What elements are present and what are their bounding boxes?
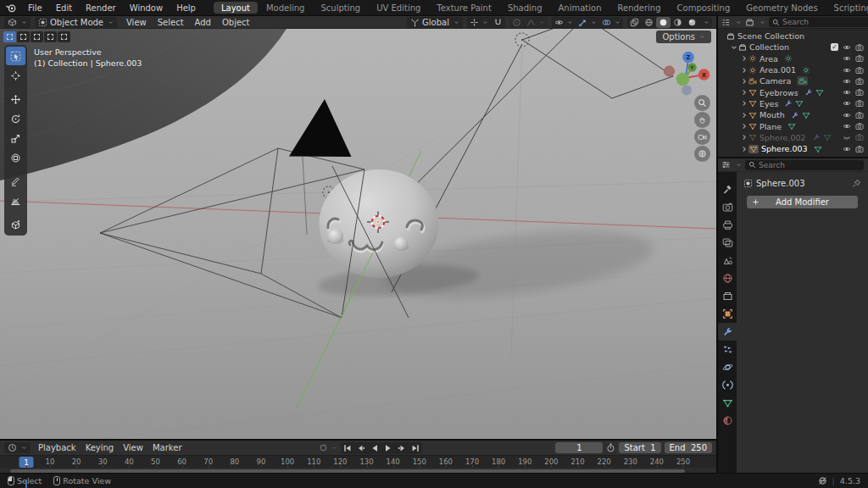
workspace-tab-modeling[interactable]: Modeling [259, 2, 313, 14]
timeline-menu-view[interactable]: View [119, 442, 147, 453]
scene-canvas[interactable]: Z X Y [0, 29, 716, 439]
viewport-menu-object[interactable]: Object [217, 17, 255, 28]
snap-target-button[interactable] [467, 17, 491, 28]
shading-wireframe-button[interactable] [642, 17, 656, 28]
tool-select-button[interactable] [6, 47, 25, 65]
tool-rotate-button[interactable] [6, 109, 25, 128]
nav-hand-button[interactable] [694, 112, 710, 128]
viewport-menu-view[interactable]: View [121, 17, 152, 28]
timeline-lane[interactable] [0, 468, 716, 473]
nav-camera-button[interactable] [694, 129, 710, 145]
outliner-row-camera[interactable]: Camera [718, 75, 868, 86]
blender-logo-icon[interactable] [5, 2, 17, 14]
workspace-tab-compositing[interactable]: Compositing [670, 2, 738, 14]
collection-checkbox[interactable]: ✓ [831, 43, 838, 51]
eye-visible-icon[interactable] [843, 54, 851, 63]
properties-search[interactable] [745, 160, 864, 170]
jump-start-button[interactable] [341, 443, 354, 453]
properties-tab-data[interactable] [718, 394, 737, 412]
chevron-right-icon[interactable] [740, 54, 748, 63]
snap-toggle-button[interactable] [491, 17, 505, 28]
properties-tab-viewlayer[interactable] [718, 234, 737, 252]
tool-measure-button[interactable] [6, 191, 25, 210]
select-invert-button[interactable] [44, 31, 57, 42]
auto-key-button[interactable] [319, 443, 337, 452]
camera-visibility-icon[interactable] [855, 133, 864, 141]
properties-tab-physics[interactable] [718, 358, 737, 376]
camera-data-icon[interactable] [798, 77, 807, 86]
pin-icon[interactable] [852, 179, 861, 188]
workspace-tab-sculpting[interactable]: Sculpting [313, 2, 368, 14]
modifier-icon[interactable] [784, 99, 793, 108]
eye-visible-icon[interactable] [843, 111, 851, 119]
chevron-right-icon[interactable] [740, 122, 748, 130]
timeline-menu-keying[interactable]: Keying [81, 442, 119, 453]
properties-tab-modifier[interactable] [718, 323, 737, 341]
outliner-search[interactable] [769, 17, 868, 27]
sphere-character[interactable] [320, 169, 439, 278]
mesh-data-icon[interactable] [787, 122, 796, 130]
axis-ball-neg-y[interactable] [676, 73, 690, 86]
camera-visibility-icon[interactable] [855, 77, 864, 86]
eye-visible-icon[interactable] [843, 77, 851, 86]
mesh-data-icon[interactable] [814, 145, 822, 153]
select-extend-button[interactable] [17, 31, 30, 42]
play-fwd-button[interactable] [381, 443, 395, 453]
timeline-editor-type-button[interactable] [4, 442, 31, 453]
mesh-data-icon[interactable] [823, 133, 832, 141]
properties-tab-render[interactable] [718, 198, 737, 216]
key-prev-button[interactable] [354, 443, 368, 453]
camera-visibility-icon[interactable] [855, 111, 864, 119]
light-data-icon[interactable] [784, 54, 793, 63]
camera-visibility-icon[interactable] [855, 43, 864, 52]
tool-cursor-button[interactable] [6, 66, 25, 85]
editor-properties-icon[interactable] [721, 160, 731, 169]
collection-icon[interactable] [726, 32, 735, 41]
shading-solid-button[interactable] [656, 17, 670, 28]
chevron-right-icon[interactable] [740, 145, 748, 153]
breadcrumb-object-name[interactable]: Sphere.003 [756, 179, 805, 188]
eye-visible-icon[interactable] [843, 122, 851, 130]
workspace-tab-uv-editing[interactable]: UV Editing [369, 2, 428, 14]
properties-tab-world[interactable] [718, 269, 737, 287]
properties-tab-particles[interactable] [718, 341, 737, 358]
properties-tab-object[interactable] [718, 305, 737, 323]
axis-ball-neg-x[interactable] [665, 66, 675, 76]
workspace-tab-rendering[interactable]: Rendering [609, 2, 668, 14]
chevron-right-icon[interactable] [740, 99, 748, 108]
proportional-edit-button[interactable] [509, 17, 524, 28]
eye-hidden-icon[interactable] [843, 133, 851, 141]
menu-edit[interactable]: Edit [50, 3, 78, 14]
viewport-menu-select[interactable]: Select [153, 17, 189, 28]
menu-render[interactable]: Render [80, 3, 122, 14]
outliner-row-sphere-003[interactable]: Sphere.003 [718, 143, 868, 154]
display-mode-icon[interactable] [745, 18, 754, 27]
camera-visibility-icon[interactable] [855, 145, 864, 153]
properties-tab-constraint[interactable] [718, 376, 737, 394]
menu-window[interactable]: Window [124, 3, 169, 14]
eye-visible-icon[interactable] [843, 99, 851, 108]
chevron-right-icon[interactable] [740, 111, 748, 119]
tool-move-button[interactable] [6, 90, 25, 108]
eye-visible-icon[interactable] [843, 66, 851, 75]
frame-end-field[interactable]: End 250 [665, 442, 712, 453]
modifier-icon[interactable] [812, 133, 821, 141]
object-visibility-button[interactable] [552, 17, 576, 28]
menu-help[interactable]: Help [170, 3, 202, 14]
outliner-row[interactable]: Collection✓ [718, 42, 868, 53]
eye-visible-icon[interactable] [843, 88, 851, 97]
select-intersect-button[interactable] [58, 31, 70, 42]
timeline-ruler[interactable]: 1 10203040506070809010011012013014015016… [0, 455, 716, 468]
add-modifier-button[interactable]: Add Modifier [747, 196, 858, 208]
play-back-button[interactable] [368, 443, 381, 453]
camera-visibility-icon[interactable] [855, 99, 864, 108]
timeline-scrollbar[interactable] [10, 469, 685, 473]
chevron-right-icon[interactable] [740, 133, 748, 141]
tool-addcube-button[interactable] [6, 215, 25, 234]
mesh-data-icon[interactable] [802, 111, 810, 119]
chevron-right-icon[interactable] [740, 88, 748, 97]
outliner-row-eyes[interactable]: Eyes [718, 98, 868, 109]
properties-search-input[interactable] [759, 161, 860, 169]
timeline-menu-playback[interactable]: Playback [34, 442, 81, 453]
outliner-row-eyebrows[interactable]: Eyebrows [718, 86, 868, 97]
